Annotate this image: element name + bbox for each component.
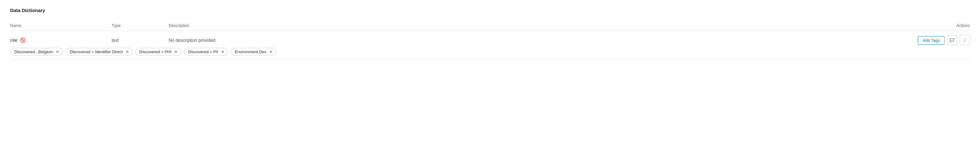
svg-point-4: [964, 38, 965, 39]
more-options-icon: [962, 38, 967, 43]
tag-chip: Discovered > PHI ✕: [135, 48, 181, 56]
tags-row: Discovered...Belgium ✕ Discovered > Iden…: [10, 48, 970, 59]
tag-close-button[interactable]: ✕: [220, 49, 225, 54]
svg-point-3: [23, 39, 24, 40]
data-dictionary-table: Name Type Description Actions role: [10, 21, 970, 60]
row-actions-cell: Add Tags: [913, 35, 970, 45]
row-description-cell: No description provided.: [169, 38, 913, 43]
more-options-button[interactable]: [960, 35, 970, 45]
tag-label: Discovered > PII: [188, 49, 218, 54]
row-name-cell: role: [10, 37, 111, 43]
tag-label: Discovered...Belgium: [14, 49, 53, 54]
table-header: Name Type Description Actions: [10, 21, 970, 31]
tag-chip: Discovered...Belgium ✕: [10, 48, 63, 56]
svg-point-6: [964, 41, 965, 42]
svg-point-2: [22, 39, 22, 40]
tag-chip: Discovered > PII ✕: [184, 48, 228, 56]
header-actions: Actions: [913, 23, 970, 28]
tag-label: Environment.Dev: [235, 49, 266, 54]
add-tags-button[interactable]: Add Tags: [918, 36, 945, 45]
tag-close-button[interactable]: ✕: [268, 49, 274, 54]
comment-button[interactable]: [947, 35, 957, 45]
tag-chip: Discovered > Identifier Direct ✕: [66, 48, 132, 56]
svg-point-5: [964, 40, 965, 41]
header-name: Name: [10, 23, 111, 28]
row-main: role text No description provided.: [10, 31, 970, 48]
row-type-cell: text: [111, 38, 169, 43]
pii-icon: [20, 37, 26, 43]
tag-close-button[interactable]: ✕: [55, 49, 60, 54]
tag-label: Discovered > Identifier Direct: [70, 49, 123, 54]
header-type: Type: [111, 23, 169, 28]
tag-close-button[interactable]: ✕: [173, 49, 178, 54]
tag-close-button[interactable]: ✕: [125, 49, 130, 54]
page-container: Data Dictionary Name Type Description Ac…: [0, 0, 980, 67]
page-title: Data Dictionary: [10, 8, 970, 13]
tag-label: Discovered > PHI: [139, 49, 172, 54]
comment-icon: [950, 38, 955, 43]
field-name: role: [10, 38, 18, 43]
table-row: role text No description provided.: [10, 31, 970, 60]
svg-line-1: [21, 39, 25, 42]
tag-chip: Environment.Dev ✕: [231, 48, 276, 56]
header-description: Description: [169, 23, 913, 28]
